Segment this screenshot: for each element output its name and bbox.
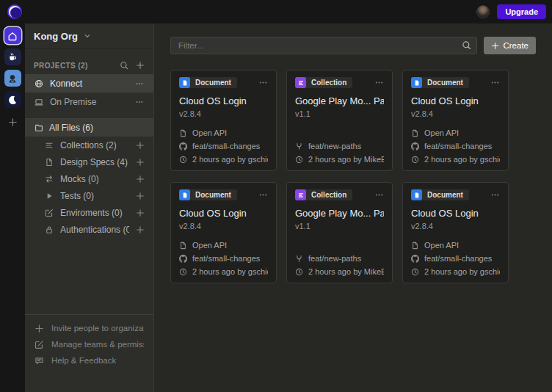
- ellipsis-icon: [135, 79, 144, 88]
- document-icon: [179, 77, 190, 88]
- project-menu-button[interactable]: [135, 98, 144, 106]
- file-group-add-button[interactable]: [136, 175, 145, 184]
- projects-search-button[interactable]: [120, 61, 128, 70]
- sidebar-footer-item-manage[interactable]: Manage teams & permissions: [25, 336, 153, 352]
- file-icon: [411, 242, 419, 250]
- file-group-add-button[interactable]: [136, 158, 145, 167]
- card-type-badge: Collection: [295, 77, 352, 88]
- filter-input[interactable]: [170, 37, 477, 54]
- plus-icon: [136, 158, 145, 167]
- card-header: Collection: [295, 77, 384, 88]
- lock-icon: [45, 225, 54, 234]
- ellipsis-icon: [374, 78, 384, 87]
- card-document[interactable]: DocumentCloud OS Loginv2.8.4Open APIfeat…: [170, 70, 277, 171]
- card-version: v2.8.4: [179, 109, 268, 118]
- card-meta-text: 2 hours ago by gschier: [192, 155, 268, 164]
- file-group-row-mocks[interactable]: Mocks (0): [25, 170, 153, 187]
- card-menu-button[interactable]: [258, 78, 268, 87]
- org-switcher[interactable]: Kong Org: [25, 23, 153, 49]
- project-menu-button[interactable]: [135, 79, 144, 88]
- card-meta-row: Open API: [179, 128, 268, 137]
- card-document[interactable]: DocumentCloud OS Loginv2.8.4Open APIfeat…: [402, 182, 509, 283]
- card-header: Document: [179, 77, 268, 88]
- plus-icon: [136, 61, 145, 70]
- filter-wrap: [170, 37, 477, 54]
- card-type-label: Document: [427, 79, 463, 87]
- file-group-row-design[interactable]: Design Specs (4): [25, 153, 153, 170]
- all-files-row[interactable]: All Files (6): [25, 119, 153, 137]
- file-group-add-button[interactable]: [136, 141, 145, 150]
- file-group-add-button[interactable]: [136, 225, 145, 234]
- projects-add-button[interactable]: [136, 61, 145, 70]
- plus-icon: [8, 117, 18, 127]
- card-menu-button[interactable]: [490, 190, 500, 200]
- upgrade-button[interactable]: Upgrade: [497, 4, 546, 19]
- play-icon: [45, 192, 54, 200]
- file-group-row-tests[interactable]: Tests (0): [25, 187, 153, 204]
- file-group-row-enviroments[interactable]: Enviroments (0): [25, 204, 153, 221]
- file-icon: [411, 129, 419, 137]
- card-type-label: Document: [427, 191, 463, 199]
- card-menu-button[interactable]: [258, 190, 268, 200]
- top-bar: Upgrade: [0, 0, 552, 23]
- list-icon: [45, 141, 54, 150]
- rail-item-home[interactable]: [4, 27, 21, 44]
- user-avatar[interactable]: [476, 5, 490, 18]
- project-label: Konnect: [50, 79, 128, 89]
- ellipsis-icon: [258, 78, 268, 87]
- card-meta-text: feat/new-paths: [308, 142, 361, 150]
- card-collection[interactable]: CollectionGoogle Play Mo... Partnerv1.1f…: [286, 70, 393, 171]
- sidebar-footer-item-invite[interactable]: Invite people to organization: [25, 320, 153, 336]
- rail-item-gorilla-org[interactable]: [4, 70, 21, 87]
- search-icon: [120, 61, 128, 70]
- sidebar-footer-item-help[interactable]: Help & Feedback: [25, 352, 153, 369]
- card-title: Google Play Mo... Partner: [295, 95, 384, 106]
- github-icon: [179, 255, 187, 263]
- card-header: Collection: [295, 189, 384, 200]
- card-document[interactable]: DocumentCloud OS Loginv2.8.4Open APIfeat…: [402, 70, 509, 171]
- file-group-row-authentications[interactable]: Authentications (0): [25, 221, 153, 238]
- file-group-label: Mocks (0): [60, 174, 129, 184]
- card-menu-button[interactable]: [374, 190, 384, 200]
- card-type-badge: Document: [179, 77, 237, 88]
- card-document[interactable]: DocumentCloud OS Loginv2.8.4Open APIfeat…: [170, 182, 277, 283]
- file-icon: [179, 242, 187, 250]
- card-version: v1.1: [295, 222, 384, 231]
- card-meta-text: feat/small-changes: [424, 254, 492, 263]
- add-organization-button[interactable]: [4, 114, 21, 131]
- card-type-badge: Document: [411, 189, 469, 200]
- card-type-label: Document: [195, 191, 231, 199]
- create-button[interactable]: Create: [484, 37, 536, 54]
- card-type-label: Document: [195, 79, 231, 87]
- card-menu-button[interactable]: [490, 78, 500, 87]
- chat-icon: [34, 356, 44, 366]
- file-group-row-collections[interactable]: Collections (2): [25, 137, 153, 153]
- collection-icon: [295, 189, 306, 200]
- collection-icon: [295, 77, 306, 88]
- rail-item-coffee-org[interactable]: [4, 48, 21, 65]
- clock-icon: [411, 156, 419, 164]
- card-meta-row: 2 hours ago by gschier: [411, 267, 500, 276]
- card-meta-row: Open API: [179, 241, 268, 250]
- clock-icon: [295, 156, 303, 164]
- edit-icon: [34, 340, 44, 349]
- card-meta-row: feat/small-changes: [411, 254, 500, 263]
- file-group-add-button[interactable]: [136, 192, 145, 200]
- file-group-label: Collections (2): [60, 140, 129, 150]
- rail-item-moon-org[interactable]: [4, 91, 21, 108]
- card-header: Document: [179, 189, 268, 200]
- ellipsis-icon: [374, 190, 384, 200]
- card-menu-button[interactable]: [374, 78, 384, 87]
- card-meta-row: Open API: [411, 241, 500, 250]
- file-group-add-button[interactable]: [136, 208, 145, 217]
- card-title: Google Play Mo... Partner: [295, 208, 384, 219]
- project-row-on-premise[interactable]: On Premise: [25, 92, 153, 111]
- card-collection[interactable]: CollectionGoogle Play Mo... Partnerv1.1f…: [286, 182, 393, 283]
- clock-icon: [179, 268, 187, 276]
- card-meta-text: feat/new-paths: [308, 254, 361, 263]
- project-row-konnect[interactable]: Konnect: [25, 74, 153, 92]
- clock-icon: [411, 268, 419, 276]
- card-meta: Open APIfeat/small-changes2 hours ago by…: [179, 128, 268, 164]
- card-meta-text: 2 hours ago by gschier: [424, 267, 500, 276]
- file-icon: [179, 129, 187, 137]
